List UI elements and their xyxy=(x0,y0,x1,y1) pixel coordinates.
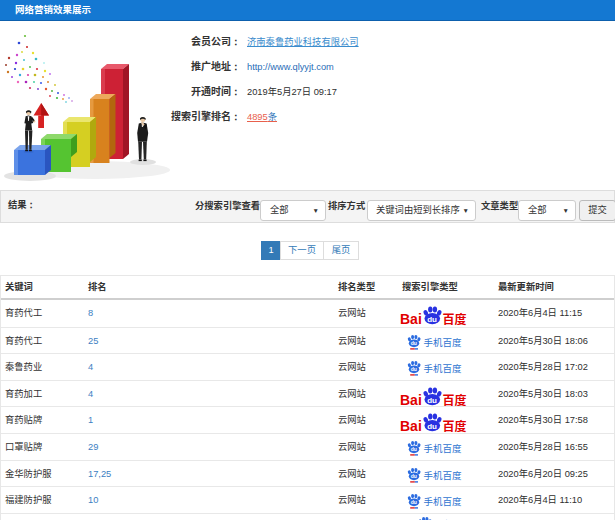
svg-text:Bai: Bai xyxy=(400,392,422,407)
svg-text:du: du xyxy=(411,340,417,346)
svg-text:Bai: Bai xyxy=(400,418,422,433)
svg-text:手机百度: 手机百度 xyxy=(424,361,463,375)
svg-text:手机百度: 手机百度 xyxy=(424,441,463,455)
svg-text:du: du xyxy=(411,366,417,372)
svg-text:Bai: Bai xyxy=(400,311,422,326)
svg-text:百度: 百度 xyxy=(443,310,467,326)
svg-text:du: du xyxy=(427,422,437,431)
svg-text:du: du xyxy=(411,446,417,452)
svg-text:手机百度: 手机百度 xyxy=(424,468,463,482)
svg-text:du: du xyxy=(427,396,437,405)
svg-text:百度: 百度 xyxy=(443,390,467,406)
svg-text:手机百度: 手机百度 xyxy=(424,494,463,508)
svg-text:du: du xyxy=(411,499,417,505)
svg-text:百度: 百度 xyxy=(443,417,467,433)
svg-text:du: du xyxy=(411,473,417,479)
svg-text:手机百度: 手机百度 xyxy=(424,335,463,349)
svg-text:du: du xyxy=(427,315,437,324)
